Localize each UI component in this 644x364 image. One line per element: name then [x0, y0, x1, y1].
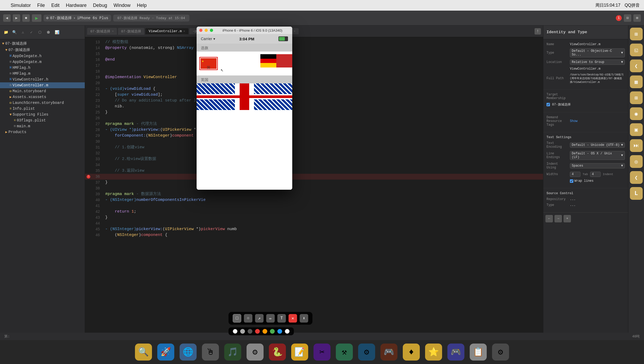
menu-edit[interactable]: Edit [51, 3, 60, 8]
dock-mouse[interactable]: 🖱 [202, 344, 219, 361]
tree-appdelegate-h[interactable]: H AppDelegate.h [0, 53, 85, 59]
dock-clipboard[interactable]: 📋 [470, 344, 487, 361]
icon-btn-box[interactable]: ▣ [630, 123, 643, 136]
ann-close-btn[interactable]: ✕ [289, 314, 297, 323]
tree-hmflag-h[interactable]: H HMFlag.h [0, 65, 85, 71]
tree-viewcontroller-m[interactable]: m ViewController.m [0, 82, 85, 88]
nav-debug-icon[interactable]: ⬡ [36, 29, 44, 36]
type-dropdown[interactable]: Default - Objective-C So... ▼ [570, 48, 625, 57]
code-content[interactable]: 13 // 模型数组 14 @property (nonatomic, stro… [85, 37, 543, 364]
icon-btn-toggle[interactable]: ◉ [630, 107, 643, 120]
tree-root[interactable]: ▼ 07-旗城选择 [0, 40, 85, 47]
tab-0[interactable]: 07-旗城选择 × [87, 28, 117, 35]
tree-assets[interactable]: ▶ Assets.xcassets [0, 94, 85, 100]
menu-debug[interactable]: Debug [93, 3, 107, 8]
dock-diamond[interactable]: ♦ [403, 344, 420, 361]
layout-btn[interactable]: ⊞ [633, 14, 641, 22]
tree-viewcontroller-h[interactable]: H ViewController.h [0, 77, 85, 82]
icon-btn-circle[interactable]: ◎ [630, 155, 643, 168]
location-dropdown[interactable]: Relative to Group ▼ [570, 60, 625, 65]
tree-launchscreen[interactable]: ⊟ LaunchScreen.storyboard [0, 100, 85, 106]
tab-width[interactable]: 4 [570, 172, 581, 177]
icon-btn-bracket[interactable]: ❮ [630, 171, 643, 184]
color-darkgray[interactable] [248, 329, 252, 334]
icon-btn-view[interactable]: ◱ [630, 44, 643, 56]
lineendings-dropdown[interactable]: Default - OS X / Unix (LF) ▼ [570, 151, 625, 160]
wrap-checkbox[interactable] [570, 179, 573, 183]
tree-appdelegate-m[interactable]: m AppDelegate.m [0, 59, 85, 65]
color-white[interactable] [233, 329, 238, 334]
dock-scissors[interactable]: ✂ [313, 344, 331, 361]
dock-launchpad[interactable]: 🚀 [157, 344, 174, 361]
sim-close-btn[interactable] [199, 29, 202, 32]
dock-itunes[interactable]: 🎵 [224, 344, 241, 361]
ann-rect-btn[interactable]: □ [233, 314, 241, 323]
icon-btn-grid2[interactable]: ⊞ [630, 91, 643, 104]
nav-report-icon[interactable]: 📊 [53, 29, 61, 36]
ann-save-btn[interactable]: ⬇ [300, 314, 308, 323]
icon-btn-table[interactable]: ▦ [630, 75, 643, 88]
dock-safari[interactable]: 🌐 [180, 344, 197, 361]
ann-pen-btn[interactable]: ✏ [266, 314, 275, 323]
error-indicator-tab[interactable]: ! [535, 28, 541, 35]
icon-btn-next[interactable]: ⏭ [630, 139, 643, 152]
dock-star[interactable]: ⭐ [425, 344, 442, 361]
dock-python[interactable]: 🐍 [269, 344, 286, 361]
dock-notes[interactable]: 📝 [291, 344, 308, 361]
nav-test-icon[interactable]: ✓ [28, 29, 35, 36]
encoding-dropdown[interactable]: Default - Unicode (UTF-8) ▼ [570, 142, 625, 148]
flag-display[interactable]: 国 ↖ [197, 52, 292, 75]
nav-breakpoint-icon[interactable]: ⬟ [45, 29, 52, 36]
menu-simulator[interactable]: Simulator [11, 3, 31, 8]
dock-app1[interactable]: ⚙ [358, 344, 375, 361]
menu-help[interactable]: Help [137, 3, 147, 8]
dock-settings[interactable]: ⚙ [492, 344, 509, 361]
sim-maximize-btn[interactable] [210, 29, 213, 32]
ann-circle-btn[interactable]: ○ [244, 314, 252, 323]
tab-viewcontroller[interactable]: ViewController.m × [145, 28, 188, 34]
run-btn[interactable]: ▶ [32, 14, 41, 22]
color-white2[interactable] [285, 329, 290, 334]
tool-btn-3[interactable]: + [564, 215, 571, 222]
nav-folder-icon[interactable]: 📁 [2, 29, 10, 36]
icon-btn-back[interactable]: ❮ [630, 60, 643, 72]
color-red[interactable] [255, 329, 260, 334]
dock-system-prefs[interactable]: ⚙ [247, 344, 264, 361]
menu-hardware[interactable]: Hardware [66, 3, 87, 8]
dock-game2[interactable]: 🎮 [447, 344, 464, 361]
ann-text-btn[interactable]: T [277, 314, 286, 323]
view-toggle-btn[interactable]: ⊡ [624, 14, 631, 22]
sim-titlebar[interactable]: iPhone 6 - iPhone 6 / iOS 9.0 (13A340) [197, 27, 292, 34]
show-btn[interactable]: Show [570, 119, 625, 123]
tree-03flags[interactable]: ≡ 03flags.plist [0, 117, 85, 123]
icon-btn-label[interactable]: L [630, 187, 643, 200]
forward-btn[interactable]: ▶ [13, 14, 20, 22]
stop-btn[interactable]: ■ [22, 14, 30, 22]
tree-supporting[interactable]: ▼ Supporting Files [0, 112, 85, 117]
tree-project[interactable]: ▼ 07-旗城选择 [0, 47, 85, 53]
menu-window[interactable]: Window [113, 3, 130, 8]
back-btn[interactable]: ◀ [3, 14, 11, 22]
scheme-selector[interactable]: ⚙ 07-旗城选择 › iPhone 6s Plus [44, 15, 111, 22]
indent-width[interactable]: 4 [590, 172, 601, 177]
target-checkbox[interactable] [546, 103, 550, 106]
dock-game[interactable]: 🎮 [380, 344, 397, 361]
color-orange[interactable] [262, 329, 267, 334]
tree-infoplist[interactable]: ≡ Info.plist [0, 106, 85, 112]
tool-btn-2[interactable]: → [554, 215, 562, 222]
tree-hmflag-m[interactable]: m HMFlag.m [0, 71, 85, 77]
icon-btn-grid[interactable]: ⊞ [630, 28, 643, 40]
dock-finder[interactable]: 🔍 [135, 344, 152, 361]
ann-arrow-btn[interactable]: ↗ [255, 314, 264, 323]
tree-main-storyboard[interactable]: ⊟ Main.storyboard [0, 88, 85, 94]
tool-btn-1[interactable]: ← [545, 215, 553, 222]
nav-warning-icon[interactable]: ⚠ [19, 29, 27, 36]
color-green[interactable] [270, 329, 275, 334]
menu-input-method[interactable]: QQ拼音 [625, 3, 640, 8]
menu-file[interactable]: File [37, 3, 45, 8]
sim-minimize-btn[interactable] [205, 29, 208, 32]
color-gray[interactable] [240, 329, 245, 334]
indent-dropdown[interactable]: Spaces ▼ [570, 163, 625, 168]
color-blue[interactable] [277, 329, 282, 334]
dock-xcode[interactable]: ⚒ [336, 344, 353, 361]
